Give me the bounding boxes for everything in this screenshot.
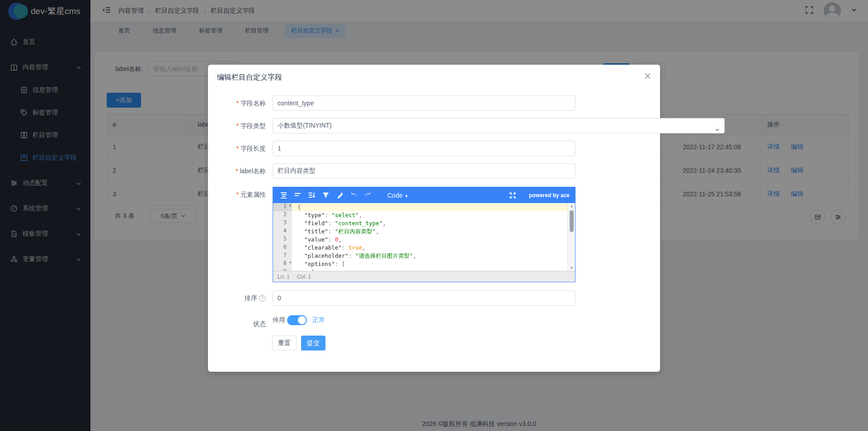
form-row-field-type: *字段类型 (208, 118, 660, 133)
status-off-label: 停用 (273, 316, 285, 324)
editor-line-indicator: Ln: 1 (278, 274, 290, 280)
edit-field-modal: 编辑栏目自定义字段 × *字段名称 *字段类型 *字段长度 *label名称 *… (208, 65, 660, 372)
field-label: *字段名称 (130, 95, 266, 111)
powered-by-ace-label[interactable]: powered by ace (529, 192, 570, 199)
submit-button[interactable]: 提交 (301, 336, 326, 350)
repair-icon[interactable] (335, 190, 344, 200)
editor-statusbar: Ln: 1 Col: 1 (273, 271, 575, 282)
scrollbar-thumb[interactable] (570, 210, 574, 232)
format-icon[interactable] (278, 190, 288, 200)
required-asterisk: * (236, 145, 239, 152)
form-row-status: 状态 停用 正常 (208, 315, 660, 326)
field-label: *元素属性 (130, 187, 266, 202)
scroll-down-icon[interactable]: ▼ (568, 266, 575, 270)
editor-gutter: 1▾2345678▾9 (273, 203, 292, 271)
json-editor-toolbar: Code▼ powered by ace (273, 187, 575, 203)
field-type-select[interactable] (273, 118, 725, 133)
status-on-label: 正常 (312, 316, 325, 324)
json-editor: Code▼ powered by ace 1▾2345678▾9 { "type… (273, 187, 576, 282)
editor-scrollbar[interactable]: ▲ ▼ (567, 203, 575, 271)
editor-mode-select[interactable]: Code▼ (387, 192, 408, 199)
undo-icon[interactable] (349, 190, 359, 200)
editor-code[interactable]: { "type": "select", "field": "content_ty… (292, 203, 567, 271)
field-label: 状态 (130, 316, 266, 332)
expand-icon[interactable] (508, 190, 518, 200)
editor-col-indicator: Col: 1 (297, 274, 311, 280)
compact-icon[interactable] (292, 190, 302, 200)
modal-title: 编辑栏目自定义字段 (217, 73, 282, 82)
required-asterisk: * (236, 99, 239, 107)
sort-input[interactable] (273, 290, 576, 306)
help-icon: ? (259, 295, 266, 302)
sort-icon[interactable] (307, 190, 316, 200)
close-icon[interactable]: × (644, 71, 652, 81)
required-asterisk: * (236, 167, 238, 175)
redo-icon[interactable] (363, 190, 373, 200)
field-name-input[interactable] (273, 95, 576, 111)
required-asterisk: * (236, 191, 239, 198)
label-name-input[interactable] (273, 163, 576, 179)
field-label: 排序? (130, 290, 266, 306)
field-label: *label名称 (130, 163, 266, 179)
json-editor-body[interactable]: 1▾2345678▾9 { "type": "select", "field":… (273, 203, 575, 271)
scroll-up-icon[interactable]: ▲ (568, 204, 575, 208)
required-asterisk: * (236, 122, 239, 129)
filter-icon[interactable] (321, 190, 330, 200)
chevron-down-icon (715, 126, 720, 134)
field-label: *字段长度 (130, 141, 266, 156)
field-length-input[interactable] (273, 141, 576, 156)
field-label: *字段类型 (130, 118, 266, 133)
status-toggle[interactable] (287, 315, 307, 325)
reset-button[interactable]: 重置 (272, 336, 297, 350)
